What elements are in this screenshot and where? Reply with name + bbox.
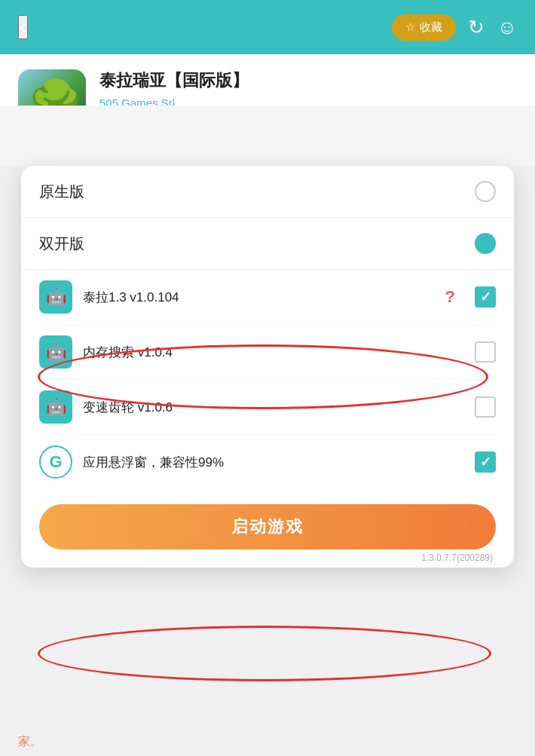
sub-option-speed[interactable]: 🤖 变速齿轮 v1.0.6 xyxy=(39,380,496,435)
memory-checkbox[interactable] xyxy=(475,341,496,363)
option-native-label: 原生版 xyxy=(39,182,84,202)
app-title: 泰拉瑞亚【国际版】 xyxy=(99,69,517,92)
option-dual-row[interactable]: 双开版 xyxy=(21,218,514,270)
tara-checkbox[interactable] xyxy=(475,286,496,308)
header-actions: ☆ 收藏 ↻ ☺ xyxy=(392,14,517,41)
float-label: 应用悬浮窗，兼容性99% xyxy=(83,454,464,471)
tara-label: 泰拉1.3 v1.0.104 xyxy=(83,289,435,306)
dual-radio-selected[interactable] xyxy=(475,233,496,254)
android-icon-2: 🤖 xyxy=(46,342,66,362)
android-icon-3: 🤖 xyxy=(46,397,66,417)
header: ‹ ☆ 收藏 ↻ ☺ xyxy=(0,0,535,54)
question-icon[interactable]: ? xyxy=(445,287,455,307)
speed-icon: 🤖 xyxy=(39,390,72,424)
highlight-oval-button xyxy=(38,626,491,681)
tara-icon: 🤖 xyxy=(39,280,72,314)
collect-button[interactable]: ☆ 收藏 xyxy=(392,14,456,41)
star-icon: ☆ xyxy=(405,20,415,34)
speed-label: 变速齿轮 v1.0.6 xyxy=(83,399,464,416)
option-native-row[interactable]: 原生版 xyxy=(21,166,514,218)
footer: 家。 xyxy=(18,734,42,750)
launch-button[interactable]: 启动游戏 xyxy=(39,504,496,549)
refresh-button[interactable]: ↻ xyxy=(468,16,485,39)
bg-content xyxy=(0,106,535,166)
footer-link: 家。 xyxy=(18,735,42,748)
android-icon-1: 🤖 xyxy=(46,287,66,307)
modal-card: 原生版 双开版 🤖 泰拉1.3 v1.0.104 ? 🤖 内存搜索 v1.0.4 xyxy=(21,166,514,568)
face-button[interactable]: ☺ xyxy=(497,16,517,39)
sub-option-tara[interactable]: 🤖 泰拉1.3 v1.0.104 ? xyxy=(39,270,496,325)
g-letter-icon: G xyxy=(49,452,62,472)
option-dual-label: 双开版 xyxy=(39,234,84,254)
float-checkbox[interactable] xyxy=(475,451,496,473)
collect-label: 收藏 xyxy=(420,20,442,35)
version-text: 1.3.0.7.7(200289) xyxy=(421,552,493,563)
sub-option-memory[interactable]: 🤖 内存搜索 v1.0.4 xyxy=(39,325,496,380)
memory-label: 内存搜索 v1.0.4 xyxy=(83,344,464,361)
back-button[interactable]: ‹ xyxy=(18,15,28,39)
float-icon: G xyxy=(39,445,72,479)
speed-checkbox[interactable] xyxy=(475,396,496,418)
memory-icon: 🤖 xyxy=(39,335,72,369)
sub-options: 🤖 泰拉1.3 v1.0.104 ? 🤖 内存搜索 v1.0.4 🤖 变速齿轮 … xyxy=(21,270,514,489)
native-radio[interactable] xyxy=(475,181,496,202)
sub-option-float[interactable]: G 应用悬浮窗，兼容性99% xyxy=(39,435,496,489)
